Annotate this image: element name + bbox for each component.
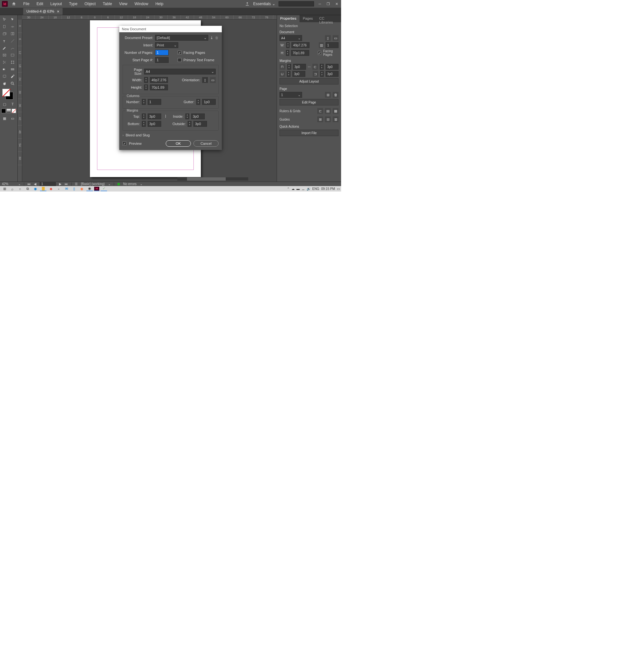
spinner[interactable]: ▲▼	[287, 64, 291, 70]
zoom-tool[interactable]	[9, 80, 16, 87]
direct-selection-tool[interactable]	[9, 16, 16, 23]
home-icon[interactable]	[11, 1, 17, 7]
edit-page-button[interactable]: Edit Page	[279, 99, 339, 106]
spinner[interactable]: ▲▼	[144, 84, 148, 90]
margin-inside-input[interactable]	[191, 114, 205, 119]
selection-tool[interactable]	[1, 16, 8, 23]
spinner[interactable]: ▲▼	[188, 121, 192, 127]
ruler-icon[interactable]: ⊏	[317, 108, 323, 114]
spinner[interactable]: ▲▼	[286, 50, 289, 56]
orientation-landscape-icon[interactable]: ▭	[333, 35, 339, 41]
margin-outside-input[interactable]	[326, 71, 339, 77]
menu-file[interactable]: File	[20, 0, 32, 7]
width-input[interactable]	[291, 42, 310, 48]
gutter-input[interactable]	[202, 99, 216, 105]
import-file-button[interactable]: Import File	[279, 130, 339, 136]
last-page-icon[interactable]: ⏭	[65, 182, 68, 186]
format-container-icon[interactable]: ▢	[1, 101, 8, 108]
menu-view[interactable]: View	[116, 0, 131, 7]
spinner[interactable]: ▲▼	[185, 114, 189, 119]
orientation-landscape-icon[interactable]: ▭	[210, 77, 216, 83]
task-view-icon[interactable]: ⧉	[24, 186, 31, 191]
smart-guides-icon[interactable]: ⊟	[325, 116, 331, 122]
preflight-menu-icon[interactable]: ☰	[75, 182, 78, 186]
pages-icon[interactable]: ▥	[319, 42, 324, 48]
start-icon[interactable]: ⊞	[1, 186, 8, 191]
page-number-input[interactable]	[40, 182, 56, 186]
document-tab[interactable]: Untitled-4 @ 63% ×	[23, 8, 63, 15]
adjust-layout-button[interactable]: Adjust Layout	[279, 78, 339, 84]
fill-stroke-swatch[interactable]	[1, 89, 16, 100]
apply-color[interactable]	[1, 109, 6, 113]
start-page-input[interactable]	[155, 57, 168, 63]
pencil-tool[interactable]	[9, 45, 16, 51]
horizontal-ruler[interactable]: 30 24 18 12 6 0 6 12 18 24 30 36 42 48 5…	[22, 15, 277, 20]
gradient-swatch-tool[interactable]	[1, 66, 8, 73]
notifications-icon[interactable]: ▭	[337, 187, 340, 191]
new-page-icon[interactable]: ⊞	[325, 92, 331, 98]
link-margins-icon[interactable]: 𝄔	[165, 114, 166, 119]
width-input[interactable]	[150, 77, 168, 83]
scissors-tool[interactable]	[1, 59, 8, 65]
cortana-icon[interactable]: ○	[17, 186, 23, 191]
delete-preset-icon[interactable]: 🗑	[215, 36, 219, 40]
num-pages-input[interactable]	[155, 50, 168, 56]
format-text-icon[interactable]: T	[9, 101, 16, 108]
bleed-slug-toggle[interactable]: Bleed and Slug	[126, 133, 150, 137]
prev-page-icon[interactable]: ◀	[34, 182, 37, 186]
rectangle-frame-tool[interactable]	[1, 52, 8, 58]
delete-page-icon[interactable]: 🗑	[333, 92, 339, 98]
clock[interactable]: 09:15 PM	[321, 187, 335, 191]
menu-layout[interactable]: Layout	[47, 0, 65, 7]
free-transform-tool[interactable]	[9, 59, 16, 65]
chevron-down-icon[interactable]: ⌄	[108, 182, 111, 186]
next-page-icon[interactable]: ▶	[59, 182, 62, 186]
spinner[interactable]: ▲▼	[144, 77, 148, 83]
page-size-select[interactable]: A4⌄	[279, 35, 302, 41]
maximize-button[interactable]: ❐	[326, 1, 331, 6]
cancel-button[interactable]: Cancel	[194, 140, 219, 147]
preset-select[interactable]: [Default]⌄	[155, 35, 208, 41]
menu-object[interactable]: Object	[81, 0, 99, 7]
explorer-icon[interactable]: ▇	[40, 186, 47, 191]
preview-checkbox[interactable]	[123, 142, 126, 145]
pages-input[interactable]	[326, 42, 339, 48]
first-page-icon[interactable]: ⏮	[27, 182, 30, 186]
menu-table[interactable]: Table	[99, 0, 116, 7]
margin-top-input[interactable]	[148, 114, 161, 119]
margin-top-input[interactable]	[293, 64, 306, 70]
errors-label[interactable]: No errors	[123, 182, 137, 186]
height-input[interactable]	[291, 50, 309, 56]
margin-inside-input[interactable]	[326, 64, 339, 70]
app-icon[interactable]: ◆	[48, 186, 54, 191]
hand-tool[interactable]	[1, 80, 8, 87]
tab-properties[interactable]: Properties	[277, 15, 299, 22]
indesign-icon[interactable]: Id	[94, 187, 99, 191]
margin-outside-input[interactable]	[194, 121, 207, 127]
battery-icon[interactable]: ▬	[297, 187, 300, 191]
fill-swatch[interactable]	[2, 89, 10, 96]
spinner[interactable]: ▲▼	[320, 64, 324, 70]
onedrive-icon[interactable]: ☁	[291, 187, 295, 191]
search-input[interactable]	[279, 1, 314, 6]
wifi-icon[interactable]: ⚊	[302, 187, 305, 191]
preflight-profile[interactable]: [Basic] (working)	[81, 182, 105, 186]
language-indicator[interactable]: ENG	[313, 187, 320, 191]
page-size-select[interactable]: A4⌄	[144, 69, 216, 74]
app-logo[interactable]: Id	[2, 1, 8, 7]
menu-window[interactable]: Window	[131, 0, 151, 7]
tab-close-icon[interactable]: ×	[57, 9, 59, 14]
rectangle-tool[interactable]	[9, 52, 16, 58]
horizontal-scrollbar[interactable]	[177, 177, 248, 181]
gap-tool[interactable]	[9, 23, 16, 30]
app-icon-2[interactable]: ✓	[100, 186, 107, 191]
document-grid-icon[interactable]: ▦	[333, 108, 339, 114]
snap-icon[interactable]: ⊠	[333, 116, 339, 122]
link-icon[interactable]: ⚯	[308, 65, 311, 69]
chrome-icon[interactable]: ◉	[86, 186, 93, 191]
margin-bottom-input[interactable]	[148, 121, 161, 127]
menu-type[interactable]: Type	[66, 0, 81, 7]
page-tool[interactable]	[1, 23, 8, 30]
content-placer-tool[interactable]	[9, 30, 16, 37]
page-select[interactable]: 1⌄	[279, 92, 302, 98]
